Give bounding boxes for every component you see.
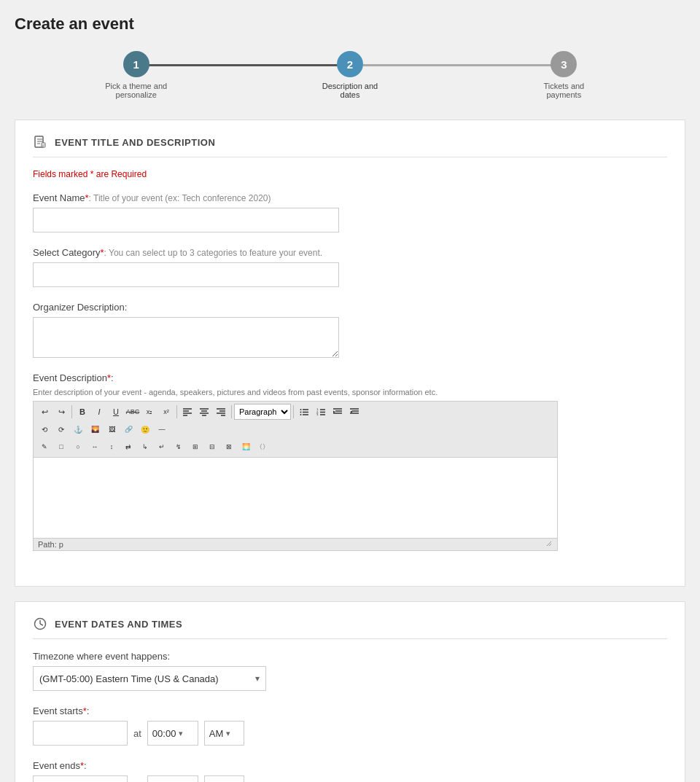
step-2-label: Description and dates	[314, 82, 386, 99]
toolbar-special1[interactable]: 🙂	[137, 421, 153, 437]
timezone-chevron-icon: ▾	[255, 673, 260, 684]
toolbar-sp3[interactable]: ⇄	[120, 439, 136, 455]
event-starts-group: Event starts*: at 00:00 ▾ AM ▾	[33, 705, 667, 746]
toolbar-align-center[interactable]	[196, 404, 212, 420]
event-starts-ampm-select[interactable]: AM ▾	[204, 721, 244, 746]
toolbar-ordered-list[interactable]: 1.2.3.	[313, 404, 329, 420]
starts-ampm-chevron-icon: ▾	[226, 729, 230, 738]
event-desc-group: Event Description*: Enter description of…	[33, 372, 667, 551]
toolbar-subscript[interactable]: x₂	[141, 404, 158, 420]
event-ends-group: Event ends*: at 00:00 ▾ AM ▾	[33, 760, 667, 782]
editor-content-area[interactable]	[34, 458, 557, 538]
section-dates-title: EVENT DATES AND TIMES	[55, 619, 182, 630]
editor-path-bar: Path: p	[34, 538, 557, 550]
toolbar-row-2: ⟲ ⟳ ⚓ 🌄 🖼 🔗 🙂 —	[36, 421, 554, 437]
toolbar-image2[interactable]: 🖼	[104, 421, 120, 437]
step-1-circle: 1	[123, 51, 149, 77]
editor-toolbar: ↩ ↪ B I U ABC x₂ x²	[34, 402, 557, 458]
toolbar-sep-3	[231, 405, 232, 418]
section-dates-times: EVENT DATES AND TIMES Timezone where eve…	[15, 601, 685, 782]
toolbar-redo2[interactable]: ⟳	[53, 421, 69, 437]
event-starts-date-input[interactable]	[33, 721, 128, 746]
svg-point-16	[300, 412, 302, 413]
step-3: 3 Tickets and payments	[457, 51, 671, 99]
svg-point-18	[300, 414, 302, 415]
stepper-steps: 1 Pick a theme and personalize 2 Descrip…	[29, 51, 671, 99]
toolbar-indent[interactable]	[346, 404, 362, 420]
svg-line-33	[549, 544, 551, 546]
toolbar-sp1[interactable]: ↔	[87, 439, 103, 455]
event-ends-time-select[interactable]: 00:00 ▾	[147, 775, 198, 782]
toolbar-sp2[interactable]: ↕	[104, 439, 120, 455]
toolbar-bold[interactable]: B	[74, 404, 90, 420]
step-3-circle: 3	[551, 51, 577, 77]
starts-time-chevron-icon: ▾	[179, 729, 183, 738]
event-name-input[interactable]	[33, 208, 339, 232]
clock-icon	[33, 617, 47, 631]
event-starts-row: at 00:00 ▾ AM ▾	[33, 721, 667, 746]
section-title-text: EVENT TITLE AND DESCRIPTION	[55, 137, 215, 148]
toolbar-align-right[interactable]	[213, 404, 229, 420]
event-ends-row: at 00:00 ▾ AM ▾	[33, 775, 667, 782]
toolbar-paragraph-select[interactable]: Paragraph Heading 1 Heading 2	[234, 404, 291, 420]
step-2: 2 Description and dates	[243, 51, 456, 99]
event-ends-label: Event ends*:	[33, 760, 667, 771]
toolbar-table1[interactable]: ⊞	[187, 439, 203, 455]
editor-resize-icon	[545, 540, 553, 547]
toolbar-circ[interactable]: ○	[70, 439, 86, 455]
required-note: Fields marked * are Required	[33, 169, 667, 179]
step-3-label: Tickets and payments	[527, 82, 600, 99]
toolbar-sep-1	[71, 405, 72, 418]
step-1: 1 Pick a theme and personalize	[29, 51, 243, 99]
toolbar-underline[interactable]: U	[108, 404, 124, 420]
toolbar-italic[interactable]: I	[91, 404, 107, 420]
toolbar-table3[interactable]: ⊠	[221, 439, 237, 455]
event-ends-ampm-select[interactable]: AM ▾	[204, 775, 244, 782]
toolbar-image1[interactable]: 🌄	[87, 421, 103, 437]
toolbar-brackets[interactable]: 〈〉	[254, 439, 271, 455]
document-icon	[33, 135, 47, 149]
step-1-label: Pick a theme and personalize	[100, 82, 173, 99]
toolbar-table2[interactable]: ⊟	[204, 439, 220, 455]
svg-text:3.: 3.	[316, 412, 319, 416]
timezone-select[interactable]: (GMT-05:00) Eastern Time (US & Canada) ▾	[33, 666, 266, 691]
toolbar-img3[interactable]: 🌅	[238, 439, 254, 455]
toolbar-anchor[interactable]: ⚓	[70, 421, 86, 437]
toolbar-sp6[interactable]: ↯	[171, 439, 187, 455]
select-category-input[interactable]	[33, 262, 339, 287]
event-desc-hint: Enter description of your event - agenda…	[33, 388, 667, 396]
select-category-group: Select Category*: You can select up to 3…	[33, 247, 667, 287]
organizer-desc-textarea[interactable]	[33, 317, 339, 358]
toolbar-sp5[interactable]: ↵	[154, 439, 170, 455]
toolbar-outdent[interactable]	[330, 404, 346, 420]
timezone-value: (GMT-05:00) Eastern Time (US & Canada)	[39, 673, 255, 684]
page-title: Create an event	[15, 15, 685, 34]
toolbar-strikethrough[interactable]: ABC	[125, 404, 141, 420]
svg-line-36	[40, 624, 43, 625]
toolbar-row-1: ↩ ↪ B I U ABC x₂ x²	[36, 404, 554, 420]
at-label-1: at	[133, 728, 141, 739]
toolbar-unordered-list[interactable]	[296, 404, 312, 420]
toolbar-hr[interactable]: —	[154, 421, 170, 437]
section-title-description: EVENT TITLE AND DESCRIPTION Fields marke…	[15, 120, 685, 587]
starts-ampm-value: AM	[209, 728, 224, 739]
toolbar-undo2[interactable]: ⟲	[36, 421, 52, 437]
toolbar-edit[interactable]: ✎	[36, 439, 52, 455]
event-starts-time-select[interactable]: 00:00 ▾	[147, 721, 198, 746]
step-2-circle: 2	[337, 51, 363, 77]
toolbar-superscript[interactable]: x²	[158, 404, 174, 420]
event-ends-date-input[interactable]	[33, 775, 128, 782]
event-desc-label: Event Description*:	[33, 372, 667, 383]
toolbar-redo[interactable]: ↪	[53, 404, 69, 420]
toolbar-sp4[interactable]: ↳	[137, 439, 153, 455]
stepper: 1 Pick a theme and personalize 2 Descrip…	[15, 51, 685, 99]
event-starts-label: Event starts*:	[33, 705, 667, 716]
toolbar-sep-2	[176, 405, 177, 418]
svg-point-14	[300, 409, 302, 410]
starts-time-value: 00:00	[152, 728, 176, 739]
toolbar-sq[interactable]: □	[53, 439, 69, 455]
toolbar-align-left[interactable]	[179, 404, 195, 420]
rich-text-editor: ↩ ↪ B I U ABC x₂ x²	[33, 401, 558, 551]
toolbar-undo[interactable]: ↩	[36, 404, 52, 420]
toolbar-link[interactable]: 🔗	[120, 421, 136, 437]
